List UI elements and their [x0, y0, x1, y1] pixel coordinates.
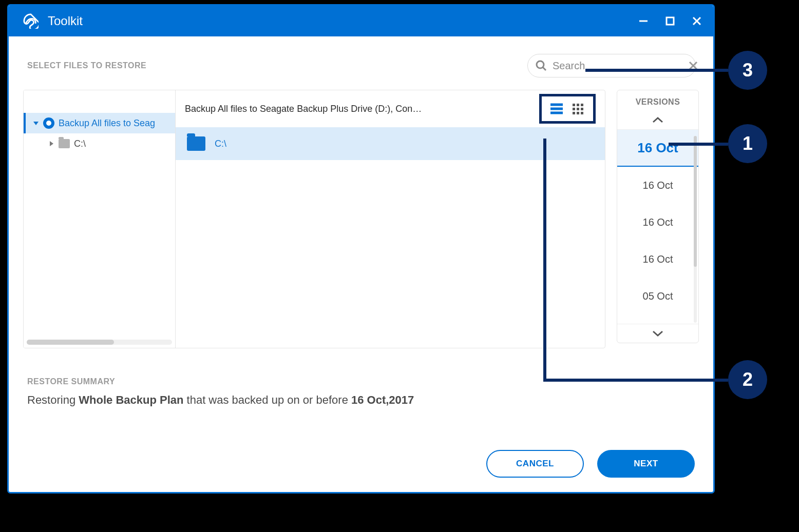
browser-panel: Backup All files to Seag C:\: [23, 90, 605, 348]
versions-title: VERSIONS: [617, 90, 698, 111]
list-view-button[interactable]: [546, 100, 567, 118]
backup-disc-icon: [43, 117, 54, 129]
callout-line-2h: [543, 379, 728, 382]
versions-vertical-scrollbar[interactable]: [694, 136, 697, 323]
svg-rect-21: [581, 112, 583, 114]
callout-2: 2: [728, 360, 767, 399]
app-title: Toolkit: [48, 14, 637, 28]
tree-pane: Backup All files to Seag C:\: [24, 90, 176, 348]
tree-horizontal-scrollbar[interactable]: [27, 340, 172, 345]
maximize-button[interactable]: [664, 15, 676, 27]
chevron-right-icon: [48, 139, 54, 149]
svg-rect-18: [581, 108, 583, 110]
tree-item-label: Backup All files to Seag: [59, 118, 155, 129]
svg-rect-16: [573, 108, 575, 110]
main-layout: Backup All files to Seag C:\: [23, 90, 699, 348]
chevron-down-icon: [33, 118, 39, 129]
footer-buttons: CANCEL NEXT: [23, 450, 699, 481]
view-toggle: [539, 94, 596, 124]
summary-plan-name: Whole Backup Plan: [79, 393, 183, 406]
summary-text: Restoring Whole Backup Plan that was bac…: [27, 393, 695, 407]
version-item[interactable]: 05 Oct: [617, 278, 698, 314]
versions-scroll-up[interactable]: [617, 111, 698, 129]
next-button[interactable]: NEXT: [597, 450, 695, 478]
callout-line-3: [585, 69, 728, 72]
tree-item-drive-c[interactable]: C:\: [24, 133, 175, 154]
svg-point-4: [537, 61, 544, 68]
svg-marker-9: [50, 141, 53, 146]
svg-rect-15: [581, 104, 583, 106]
svg-rect-13: [573, 104, 575, 106]
svg-rect-19: [573, 112, 575, 114]
versions-list: 16 Oct 16 Oct 16 Oct 16 Oct 05 Oct: [617, 129, 698, 324]
app-window: Toolkit SELECT FILES TO RESTORE: [7, 4, 715, 494]
summary-middle: that was backed up on or before: [183, 393, 351, 406]
svg-marker-8: [33, 122, 39, 125]
svg-rect-14: [577, 104, 579, 106]
version-item[interactable]: 16 Oct: [617, 204, 698, 241]
callout-1: 1: [728, 124, 767, 163]
svg-line-5: [543, 67, 546, 70]
seagate-logo-icon: [23, 13, 39, 29]
versions-scroll-down[interactable]: [617, 324, 698, 343]
folder-icon: [187, 136, 205, 151]
svg-rect-1: [667, 17, 674, 25]
summary-date: 16 Oct,2017: [351, 393, 414, 406]
svg-rect-17: [577, 108, 579, 110]
version-item[interactable]: 16 Oct: [617, 241, 698, 278]
window-controls: [637, 15, 703, 27]
content-area: SELECT FILES TO RESTORE: [9, 36, 713, 492]
tree-item-label: C:\: [74, 139, 86, 149]
callout-line-2v: [543, 139, 546, 381]
breadcrumb-row: Backup All files to Seagate Backup Plus …: [176, 90, 605, 127]
breadcrumb: Backup All files to Seagate Backup Plus …: [185, 104, 533, 114]
callout-3: 3: [728, 51, 767, 90]
versions-panel-wrap: VERSIONS 16 Oct 16 Oct 16 Oct 16 Oct 05 …: [617, 90, 699, 348]
section-title: SELECT FILES TO RESTORE: [27, 61, 146, 70]
top-row: SELECT FILES TO RESTORE: [23, 54, 699, 77]
versions-panel: VERSIONS 16 Oct 16 Oct 16 Oct 16 Oct 05 …: [617, 90, 699, 343]
svg-rect-20: [577, 112, 579, 114]
cancel-button[interactable]: CANCEL: [486, 450, 584, 478]
folder-icon: [59, 139, 70, 148]
list-pane: Backup All files to Seagate Backup Plus …: [176, 90, 605, 348]
tree-item-backup-plan[interactable]: Backup All files to Seag: [24, 113, 175, 133]
callout-line-1: [669, 143, 728, 146]
list-row-drive-c[interactable]: C:\: [176, 127, 605, 160]
version-item[interactable]: 16 Oct: [617, 130, 698, 167]
version-item[interactable]: 16 Oct: [617, 167, 698, 204]
scrollbar-thumb[interactable]: [694, 136, 697, 267]
list-row-label: C:\: [215, 139, 226, 149]
summary-prefix: Restoring: [27, 393, 79, 406]
search-icon: [535, 60, 547, 72]
grid-view-button[interactable]: [567, 100, 589, 118]
search-box[interactable]: [527, 54, 696, 77]
close-button[interactable]: [691, 15, 703, 27]
titlebar: Toolkit: [9, 6, 713, 36]
minimize-button[interactable]: [637, 15, 650, 27]
scrollbar-thumb[interactable]: [27, 340, 114, 345]
